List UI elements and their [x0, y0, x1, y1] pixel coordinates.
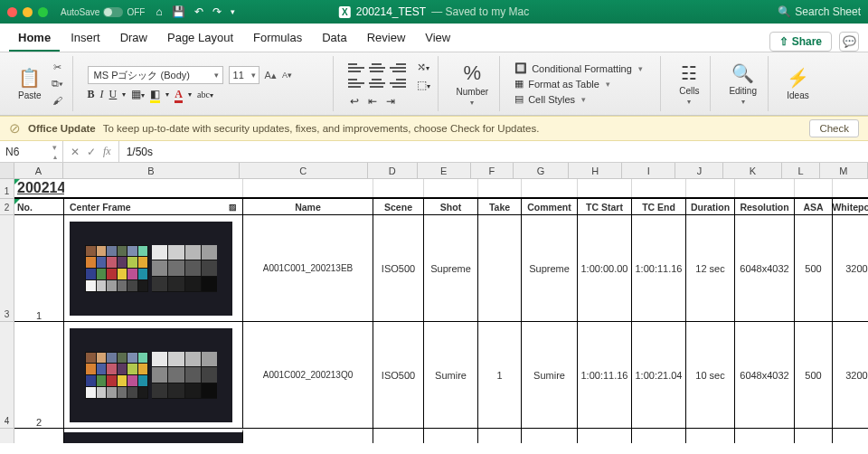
increase-size-icon[interactable]: A▴: [265, 70, 277, 81]
cell[interactable]: [795, 429, 833, 443]
align-bottom-right-icon[interactable]: [390, 77, 406, 90]
cell[interactable]: [478, 179, 522, 197]
cell-whitepoint[interactable]: 3200: [833, 215, 868, 321]
hdr-take[interactable]: Take: [478, 199, 522, 214]
tab-home[interactable]: Home: [9, 25, 60, 52]
cell-shot[interactable]: Supreme: [424, 215, 478, 321]
row-header[interactable]: 3: [0, 215, 14, 322]
cell-take[interactable]: [478, 215, 522, 321]
window-close-button[interactable]: [7, 7, 17, 17]
copy-icon[interactable]: ⧉▾: [51, 78, 65, 90]
indent-left-icon[interactable]: ⇤: [366, 95, 379, 108]
hdr-tc-end[interactable]: TC End: [632, 199, 686, 214]
cell[interactable]: [686, 429, 735, 443]
format-as-table-button[interactable]: ▦ Format as Table ▾: [514, 78, 653, 90]
hdr-duration[interactable]: Duration: [686, 199, 735, 214]
hdr-shot[interactable]: Shot: [424, 199, 478, 214]
phonetic-guide-icon[interactable]: abc▾: [197, 90, 213, 99]
cell-tc-end[interactable]: 1:00:21.04: [632, 322, 686, 428]
col-header[interactable]: F: [471, 163, 514, 178]
font-size-select[interactable]: 11: [229, 66, 259, 84]
tab-page-layout[interactable]: Page Layout: [158, 25, 242, 52]
name-box[interactable]: N6 ▴: [0, 141, 63, 162]
cell[interactable]: [243, 429, 373, 443]
cell[interactable]: [522, 179, 578, 197]
cell[interactable]: [833, 179, 868, 197]
undo-icon[interactable]: ↶: [194, 5, 203, 18]
tab-data[interactable]: Data: [313, 25, 355, 52]
col-header[interactable]: L: [782, 163, 819, 178]
cell[interactable]: [64, 179, 243, 197]
editing-button[interactable]: 🔍 Editing ▾: [725, 62, 760, 106]
cell-no[interactable]: 1: [14, 215, 64, 321]
cell[interactable]: [833, 429, 868, 443]
window-zoom-button[interactable]: [38, 7, 48, 17]
cell[interactable]: [578, 179, 632, 197]
row-header[interactable]: 2: [0, 199, 14, 215]
cell[interactable]: [578, 429, 632, 443]
hdr-center-frame[interactable]: Center Frame ▨: [64, 199, 243, 214]
underline-button[interactable]: U: [109, 88, 118, 101]
cell[interactable]: [478, 429, 522, 443]
cell[interactable]: [64, 429, 243, 443]
align-top-right-icon[interactable]: [390, 61, 406, 74]
decrease-size-icon[interactable]: A▾: [282, 71, 292, 80]
cell-name[interactable]: A001C001_200213EB: [243, 215, 373, 321]
cells-button[interactable]: ☷ Cells ▾: [675, 62, 703, 106]
cell[interactable]: [632, 179, 686, 197]
tab-draw[interactable]: Draw: [111, 25, 156, 52]
sheet-title[interactable]: 200214_TEST: [14, 179, 64, 197]
col-header[interactable]: J: [675, 163, 723, 178]
cell[interactable]: [632, 429, 686, 443]
tab-formulas[interactable]: Formulas: [244, 25, 311, 52]
cell-duration[interactable]: 12 sec: [686, 215, 735, 321]
col-header[interactable]: C: [240, 163, 368, 178]
hdr-asa[interactable]: ASA: [795, 199, 833, 214]
hdr-resolution[interactable]: Resolution: [735, 199, 795, 214]
cell-asa[interactable]: 500: [795, 215, 833, 321]
cell-no[interactable]: 2: [14, 322, 64, 428]
merge-icon[interactable]: ⬚▾: [417, 79, 430, 91]
align-top-left-icon[interactable]: [348, 61, 364, 74]
row-header[interactable]: [0, 429, 14, 443]
hdr-no[interactable]: No.: [14, 199, 64, 214]
indent-right-icon[interactable]: ⇥: [384, 95, 397, 108]
cell-thumb[interactable]: [64, 215, 243, 321]
cell-comment[interactable]: Sumire: [522, 322, 578, 428]
cell-thumb[interactable]: [64, 322, 243, 428]
cell-comment[interactable]: Supreme: [522, 215, 578, 321]
qat-caret-icon[interactable]: ▾: [231, 7, 235, 16]
select-all-corner[interactable]: [0, 163, 14, 178]
hdr-name[interactable]: Name: [243, 199, 373, 214]
cut-icon[interactable]: ✂: [51, 61, 65, 74]
save-icon[interactable]: 💾: [172, 5, 185, 18]
hdr-whitepoint[interactable]: Whitepoint: [833, 199, 868, 214]
cell[interactable]: [795, 179, 833, 197]
number-format-button[interactable]: % Number ▾: [453, 61, 493, 107]
fill-color-button[interactable]: ◧: [150, 88, 160, 101]
tab-review[interactable]: Review: [358, 25, 415, 52]
confirm-icon[interactable]: ✓: [87, 146, 96, 158]
hdr-tc-start[interactable]: TC Start: [578, 199, 632, 214]
paste-button[interactable]: 📋 Paste: [14, 67, 45, 100]
cell[interactable]: [14, 429, 64, 443]
cell-take[interactable]: 1: [478, 322, 522, 428]
row-header[interactable]: 4: [0, 322, 14, 429]
home-icon[interactable]: ⌂: [156, 5, 162, 18]
cell-tc-start[interactable]: 1:00:11.16: [578, 322, 632, 428]
hdr-scene[interactable]: Scene: [373, 199, 424, 214]
cell[interactable]: [373, 429, 424, 443]
cell-shot[interactable]: Sumire: [424, 322, 478, 428]
col-header[interactable]: M: [820, 163, 868, 178]
hdr-comment[interactable]: Comment: [522, 199, 578, 214]
align-bottom-center-icon[interactable]: [369, 77, 385, 90]
col-header[interactable]: H: [569, 163, 622, 178]
cell[interactable]: [373, 179, 424, 197]
cancel-icon[interactable]: ✕: [71, 146, 80, 158]
cell[interactable]: [424, 429, 478, 443]
redo-icon[interactable]: ↷: [212, 5, 222, 18]
autosave-toggle[interactable]: AutoSave OFF: [61, 7, 145, 17]
cell[interactable]: [735, 429, 795, 443]
cell[interactable]: [243, 179, 373, 197]
col-header[interactable]: D: [368, 163, 418, 178]
